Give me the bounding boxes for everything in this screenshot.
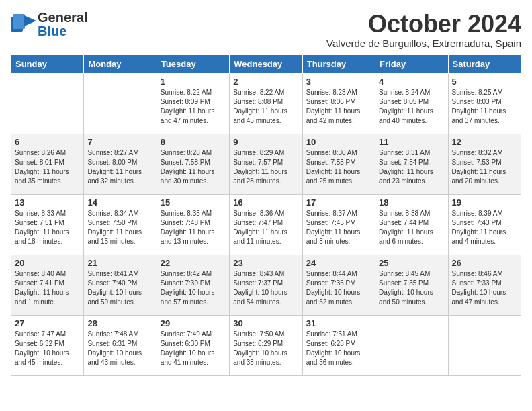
- calendar-cell: 17 Sunrise: 8:37 AMSunset: 7:45 PMDaylig…: [302, 194, 375, 255]
- day-info: Sunrise: 8:36 AMSunset: 7:47 PMDaylight:…: [233, 210, 287, 245]
- svg-rect-1: [13, 14, 25, 29]
- calendar-cell: 28 Sunrise: 7:48 AMSunset: 6:31 PMDaylig…: [84, 315, 157, 375]
- calendar-cell: 2 Sunrise: 8:22 AMSunset: 8:08 PMDayligh…: [230, 73, 302, 134]
- day-number: 4: [379, 77, 444, 87]
- calendar-subtitle: Valverde de Burguillos, Extremadura, Spa…: [326, 38, 521, 49]
- day-info: Sunrise: 8:44 AMSunset: 7:36 PMDaylight:…: [306, 270, 361, 306]
- calendar-cell: 27 Sunrise: 7:47 AMSunset: 6:32 PMDaylig…: [11, 315, 84, 375]
- day-info: Sunrise: 8:30 AMSunset: 7:55 PMDaylight:…: [306, 149, 361, 185]
- calendar-cell: [84, 73, 157, 134]
- day-number: 10: [306, 137, 371, 147]
- calendar-cell: 10 Sunrise: 8:30 AMSunset: 7:55 PMDaylig…: [302, 134, 375, 194]
- header-day-thursday: Thursday: [302, 54, 375, 73]
- day-info: Sunrise: 8:38 AMSunset: 7:44 PMDaylight:…: [379, 210, 433, 245]
- calendar-cell: 25 Sunrise: 8:45 AMSunset: 7:35 PMDaylig…: [375, 255, 448, 315]
- day-info: Sunrise: 7:47 AMSunset: 6:32 PMDaylight:…: [15, 330, 69, 366]
- header-day-sunday: Sunday: [11, 54, 84, 73]
- header: General Blue October 2024 Valverde de Bu…: [11, 11, 521, 49]
- day-info: Sunrise: 8:41 AMSunset: 7:40 PMDaylight:…: [87, 270, 142, 306]
- day-info: Sunrise: 8:29 AMSunset: 7:57 PMDaylight:…: [233, 149, 287, 185]
- calendar-cell: 9 Sunrise: 8:29 AMSunset: 7:57 PMDayligh…: [230, 134, 302, 194]
- day-info: Sunrise: 8:22 AMSunset: 8:09 PMDaylight:…: [161, 89, 215, 124]
- day-info: Sunrise: 8:22 AMSunset: 8:08 PMDaylight:…: [233, 89, 287, 124]
- logo: General Blue: [11, 11, 87, 38]
- header-day-wednesday: Wednesday: [230, 54, 302, 73]
- calendar-cell: [11, 73, 84, 134]
- calendar-cell: 12 Sunrise: 8:32 AMSunset: 7:53 PMDaylig…: [448, 134, 521, 194]
- day-info: Sunrise: 8:40 AMSunset: 7:41 PMDaylight:…: [15, 270, 69, 306]
- calendar-table: SundayMondayTuesdayWednesdayThursdayFrid…: [11, 54, 521, 376]
- calendar-cell: 5 Sunrise: 8:25 AMSunset: 8:03 PMDayligh…: [448, 73, 521, 134]
- day-info: Sunrise: 8:32 AMSunset: 7:53 PMDaylight:…: [452, 149, 506, 185]
- logo-icon: [11, 14, 36, 34]
- day-info: Sunrise: 8:37 AMSunset: 7:45 PMDaylight:…: [306, 210, 361, 245]
- day-number: 18: [379, 197, 444, 208]
- calendar-cell: [375, 315, 448, 375]
- day-info: Sunrise: 8:39 AMSunset: 7:43 PMDaylight:…: [452, 210, 506, 245]
- calendar-week-row: 27 Sunrise: 7:47 AMSunset: 6:32 PMDaylig…: [11, 315, 521, 375]
- logo-blue: Blue: [38, 24, 87, 38]
- day-number: 1: [161, 77, 226, 87]
- day-number: 24: [306, 258, 371, 268]
- calendar-cell: 21 Sunrise: 8:41 AMSunset: 7:40 PMDaylig…: [84, 255, 157, 315]
- calendar-cell: 16 Sunrise: 8:36 AMSunset: 7:47 PMDaylig…: [230, 194, 302, 255]
- day-number: 29: [161, 318, 226, 328]
- day-info: Sunrise: 8:46 AMSunset: 7:33 PMDaylight:…: [452, 270, 506, 306]
- logo-general: General: [38, 11, 87, 24]
- day-number: 8: [161, 137, 226, 147]
- calendar-cell: 31 Sunrise: 7:51 AMSunset: 6:28 PMDaylig…: [302, 315, 375, 375]
- day-info: Sunrise: 8:43 AMSunset: 7:37 PMDaylight:…: [233, 270, 287, 306]
- day-number: 3: [306, 77, 371, 87]
- header-day-friday: Friday: [375, 54, 448, 73]
- calendar-cell: 11 Sunrise: 8:31 AMSunset: 7:54 PMDaylig…: [375, 134, 448, 194]
- day-number: 21: [87, 258, 152, 268]
- day-number: 9: [233, 137, 298, 147]
- calendar-week-row: 13 Sunrise: 8:33 AMSunset: 7:51 PMDaylig…: [11, 194, 521, 255]
- day-number: 6: [15, 137, 80, 147]
- day-info: Sunrise: 8:31 AMSunset: 7:54 PMDaylight:…: [379, 149, 433, 185]
- day-number: 16: [233, 197, 298, 208]
- calendar-cell: 7 Sunrise: 8:27 AMSunset: 8:00 PMDayligh…: [84, 134, 157, 194]
- day-number: 13: [15, 197, 80, 208]
- day-info: Sunrise: 8:33 AMSunset: 7:51 PMDaylight:…: [15, 210, 69, 245]
- calendar-cell: 6 Sunrise: 8:26 AMSunset: 8:01 PMDayligh…: [11, 134, 84, 194]
- calendar-cell: 22 Sunrise: 8:42 AMSunset: 7:39 PMDaylig…: [157, 255, 229, 315]
- header-day-monday: Monday: [84, 54, 157, 73]
- day-number: 22: [161, 258, 226, 268]
- day-info: Sunrise: 7:51 AMSunset: 6:28 PMDaylight:…: [306, 330, 361, 366]
- calendar-title: October 2024: [326, 11, 521, 38]
- calendar-cell: 19 Sunrise: 8:39 AMSunset: 7:43 PMDaylig…: [448, 194, 521, 255]
- day-number: 25: [379, 258, 444, 268]
- day-number: 23: [233, 258, 298, 268]
- calendar-cell: 29 Sunrise: 7:49 AMSunset: 6:30 PMDaylig…: [157, 315, 229, 375]
- day-info: Sunrise: 8:24 AMSunset: 8:05 PMDaylight:…: [379, 89, 433, 124]
- day-number: 11: [379, 137, 444, 147]
- day-number: 19: [452, 197, 517, 208]
- header-day-saturday: Saturday: [448, 54, 521, 73]
- day-number: 7: [87, 137, 152, 147]
- calendar-week-row: 20 Sunrise: 8:40 AMSunset: 7:41 PMDaylig…: [11, 255, 521, 315]
- day-number: 20: [15, 258, 80, 268]
- day-info: Sunrise: 7:50 AMSunset: 6:29 PMDaylight:…: [233, 330, 287, 366]
- calendar-week-row: 1 Sunrise: 8:22 AMSunset: 8:09 PMDayligh…: [11, 73, 521, 134]
- day-number: 28: [87, 318, 152, 328]
- calendar-cell: 24 Sunrise: 8:44 AMSunset: 7:36 PMDaylig…: [302, 255, 375, 315]
- day-info: Sunrise: 8:42 AMSunset: 7:39 PMDaylight:…: [161, 270, 215, 306]
- day-info: Sunrise: 8:26 AMSunset: 8:01 PMDaylight:…: [15, 149, 69, 185]
- calendar-cell: 13 Sunrise: 8:33 AMSunset: 7:51 PMDaylig…: [11, 194, 84, 255]
- header-day-tuesday: Tuesday: [157, 54, 229, 73]
- day-info: Sunrise: 8:23 AMSunset: 8:06 PMDaylight:…: [306, 89, 361, 124]
- day-info: Sunrise: 8:45 AMSunset: 7:35 PMDaylight:…: [379, 270, 433, 306]
- calendar-cell: 3 Sunrise: 8:23 AMSunset: 8:06 PMDayligh…: [302, 73, 375, 134]
- day-info: Sunrise: 7:49 AMSunset: 6:30 PMDaylight:…: [161, 330, 215, 366]
- day-number: 15: [161, 197, 226, 208]
- day-info: Sunrise: 8:34 AMSunset: 7:50 PMDaylight:…: [87, 210, 142, 245]
- day-number: 31: [306, 318, 371, 328]
- calendar-cell: 15 Sunrise: 8:35 AMSunset: 7:48 PMDaylig…: [157, 194, 229, 255]
- day-info: Sunrise: 8:28 AMSunset: 7:58 PMDaylight:…: [161, 149, 215, 185]
- day-number: 2: [233, 77, 298, 87]
- calendar-header-row: SundayMondayTuesdayWednesdayThursdayFrid…: [11, 54, 521, 73]
- calendar-cell: 4 Sunrise: 8:24 AMSunset: 8:05 PMDayligh…: [375, 73, 448, 134]
- svg-marker-2: [24, 15, 36, 26]
- calendar-cell: [448, 315, 521, 375]
